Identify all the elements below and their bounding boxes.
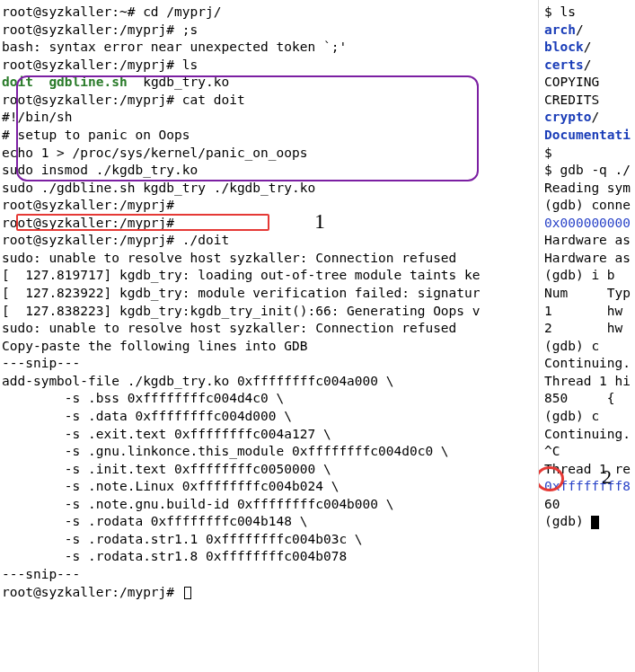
term-line: [ 127.838223] kgdb_try:kgdb_try_init():6… — [2, 303, 536, 321]
term-line: Thread 1 re — [544, 461, 633, 479]
term-line: COPYING — [544, 74, 633, 92]
term-line: [ 127.823922] kgdb_try: module verificat… — [2, 285, 536, 303]
term-line: $ ls — [544, 4, 633, 22]
term-line: root@syzkaller:/myprj# ./doit — [2, 232, 536, 250]
term-line: certs/ — [544, 57, 633, 75]
term-line: sudo insmod ./kgdb_try.ko — [2, 162, 536, 180]
term-line: -s .rodata.str1.8 0xffffffffc004b078 — [2, 548, 536, 566]
annotation-label-1: 1 — [314, 207, 325, 235]
term-line: root@syzkaller:~# cd /myprj/ — [2, 4, 536, 22]
term-line: Continuing. — [544, 355, 633, 373]
term-line: echo 1 > /proc/sys/kernel/panic_on_oops — [2, 145, 536, 163]
term-line: root@syzkaller:/myprj# — [2, 197, 536, 215]
term-line: ---snip--- — [2, 566, 536, 584]
term-line: root@syzkaller:/myprj# ;s — [2, 22, 536, 40]
term-line: CREDITS — [544, 92, 633, 110]
term-line: 2 hw — [544, 320, 633, 338]
term-line: Thread 1 hi — [544, 373, 633, 391]
term-line: -s .bss 0xffffffffc004d4c0 \ — [2, 390, 536, 408]
term-line: [ 127.819717] kgdb_try: loading out-of-t… — [2, 267, 536, 285]
term-line: $ — [544, 145, 633, 163]
right-terminal[interactable]: $ ls arch/ block/ certs/ COPYING CREDITS… — [539, 0, 635, 672]
left-terminal[interactable]: root@syzkaller:~# cd /myprj/ root@syzkal… — [0, 0, 539, 672]
term-line: root@syzkaller:/myprj# — [2, 215, 536, 233]
term-prompt-line[interactable]: (gdb) — [544, 513, 633, 531]
term-line: 60 — [544, 496, 633, 514]
term-line: -s .data 0xffffffffc004d000 \ — [2, 408, 536, 426]
term-line: ---snip--- — [2, 355, 536, 373]
term-line: -s .init.text 0xffffffffc0050000 \ — [2, 461, 536, 479]
term-line: arch/ — [544, 22, 633, 40]
term-line: 0x000000000 — [544, 215, 633, 233]
term-line: Hardware as — [544, 232, 633, 250]
term-line: Num Typ — [544, 285, 633, 303]
term-line: Documentati — [544, 127, 633, 145]
term-line: ^C — [544, 443, 633, 461]
cursor-icon — [184, 587, 191, 599]
term-line: Continuing. — [544, 426, 633, 444]
term-line: $ gdb -q ./ — [544, 162, 633, 180]
term-line: #!/bin/sh — [2, 109, 536, 127]
term-line: Reading sym — [544, 180, 633, 198]
term-line: (gdb) i b — [544, 267, 633, 285]
term-line: 850 { — [544, 390, 633, 408]
term-line: Hardware as — [544, 250, 633, 268]
term-line: -s .rodata 0xffffffffc004b148 \ — [2, 513, 536, 531]
term-line: (gdb) c — [544, 338, 633, 356]
term-prompt-line[interactable]: root@syzkaller:/myprj# — [2, 584, 536, 602]
term-line: -s .note.gnu.build-id 0xffffffffc004b000… — [2, 496, 536, 514]
term-line: sudo ./gdbline.sh kgdb_try ./kgdb_try.ko — [2, 180, 536, 198]
term-line: bash: syntax error near unexpected token… — [2, 39, 536, 57]
term-line: -s .note.Linux 0xffffffffc004b024 \ — [2, 478, 536, 496]
term-line: doit gdbline.sh kgdb_try.ko — [2, 74, 536, 92]
annotation-label-2: 2 — [602, 464, 612, 491]
term-line: 0xffffffff8 — [544, 478, 633, 496]
term-line: sudo: unable to resolve host syzkaller: … — [2, 250, 536, 268]
term-line: -s .exit.text 0xffffffffc004a127 \ — [2, 426, 536, 444]
term-line: (gdb) c — [544, 408, 633, 426]
term-line: add-symbol-file ./kgdb_try.ko 0xffffffff… — [2, 373, 536, 391]
term-line: 1 hw — [544, 303, 633, 321]
term-line: root@syzkaller:/myprj# cat doit — [2, 92, 536, 110]
term-line: -s .gnu.linkonce.this_module 0xffffffffc… — [2, 443, 536, 461]
term-line: crypto/ — [544, 109, 633, 127]
term-line: # setup to panic on Oops — [2, 127, 536, 145]
term-line: (gdb) conne — [544, 197, 633, 215]
term-line: Copy-paste the following lines into GDB — [2, 338, 536, 356]
term-line: sudo: unable to resolve host syzkaller: … — [2, 320, 536, 338]
term-line: -s .rodata.str1.1 0xffffffffc004b03c \ — [2, 531, 536, 549]
cursor-icon — [591, 516, 599, 529]
term-line: block/ — [544, 39, 633, 57]
term-line: root@syzkaller:/myprj# ls — [2, 57, 536, 75]
